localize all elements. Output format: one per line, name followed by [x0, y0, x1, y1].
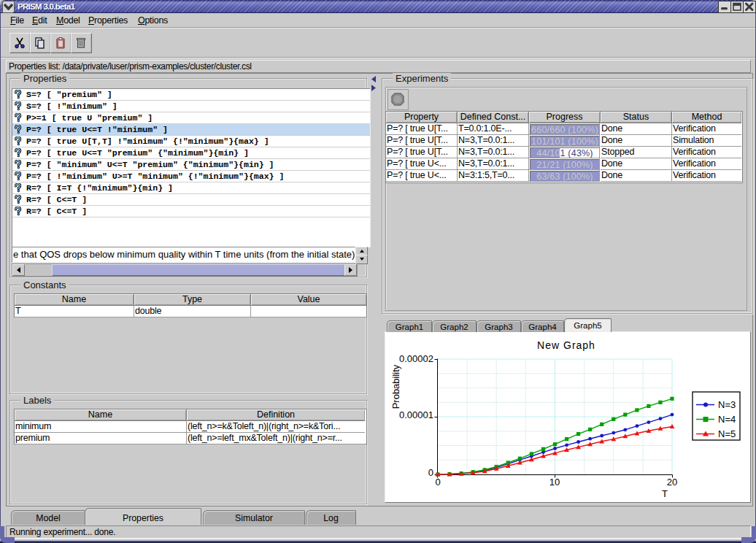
svg-text:0: 0: [428, 467, 433, 478]
svg-text:N=5: N=5: [718, 428, 736, 439]
svg-text:New Graph: New Graph: [537, 339, 595, 351]
svg-text:N=4: N=4: [718, 414, 736, 425]
svg-text:0: 0: [435, 477, 440, 488]
svg-text:T: T: [662, 488, 668, 499]
svg-text:10: 10: [549, 477, 560, 488]
svg-text:0.00002: 0.00002: [399, 353, 433, 364]
svg-text:0.00001: 0.00001: [399, 409, 433, 420]
svg-text:N=3: N=3: [718, 399, 736, 410]
svg-text:Probability: Probability: [390, 364, 401, 409]
svg-text:20: 20: [667, 477, 677, 488]
